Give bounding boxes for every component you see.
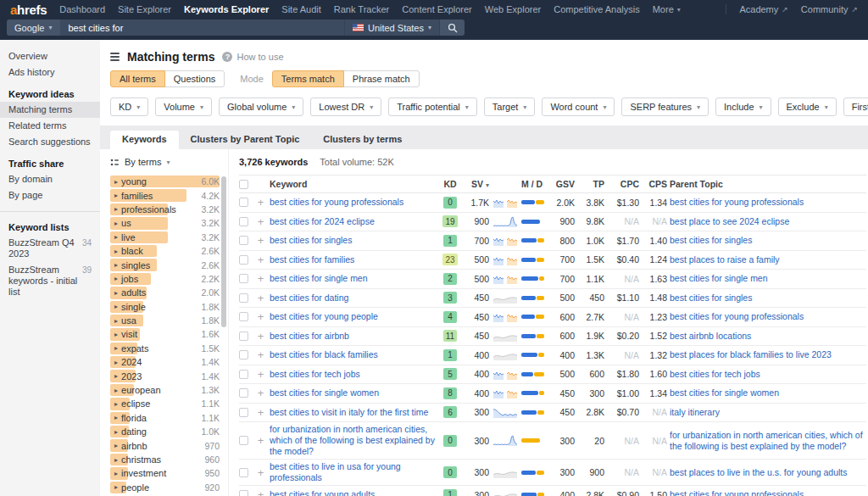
keyword-link[interactable]: best cities to visit in italy for the fi… xyxy=(270,407,438,418)
sidebar-item-related-terms[interactable]: Related terms xyxy=(0,118,100,134)
keyword-link[interactable]: best cities for dating xyxy=(270,293,438,304)
nav-item-dashboard[interactable]: Dashboard xyxy=(59,4,105,14)
filter-lowest-dr[interactable]: Lowest DR▾ xyxy=(310,98,381,116)
sidebar-item-buzzstream-q4-2023[interactable]: BuzzStream Q4 202334 xyxy=(0,235,100,262)
nav-item-academy[interactable]: Academy↗ xyxy=(739,4,787,14)
add-to-list-icon[interactable]: + xyxy=(254,370,267,379)
parent-topic-link[interactable]: best place to see 2024 eclipse xyxy=(670,216,866,227)
filter-word-count[interactable]: Word count▾ xyxy=(542,98,615,116)
col-sv[interactable]: SV ▾ xyxy=(462,179,489,189)
row-checkbox[interactable] xyxy=(239,388,248,398)
row-checkbox[interactable] xyxy=(239,490,248,496)
parent-topic-link[interactable]: best places to live in the u.s. for youn… xyxy=(670,467,866,478)
scrollbar-thumb[interactable] xyxy=(221,176,226,327)
facet-term-singles[interactable]: ▸singles 2.6K xyxy=(110,258,220,271)
sidebar-item-search-suggestions[interactable]: Search suggestions xyxy=(0,134,100,150)
row-checkbox[interactable] xyxy=(239,274,248,283)
add-to-list-icon[interactable]: + xyxy=(254,388,267,398)
parent-topic-link[interactable]: best airbnb locations xyxy=(670,331,866,342)
nav-item-more[interactable]: More▾ xyxy=(653,4,681,14)
row-checkbox[interactable] xyxy=(239,217,248,226)
add-to-list-icon[interactable]: + xyxy=(254,490,267,496)
sidebar-item-buzzstream-keywords-initial-list[interactable]: BuzzStream keywords - initial list39 xyxy=(0,262,100,300)
add-to-list-icon[interactable]: + xyxy=(254,312,267,321)
facet-term-jobs[interactable]: ▸jobs 2.2K xyxy=(110,272,220,286)
nav-item-content-explorer[interactable]: Content Explorer xyxy=(402,4,472,14)
tab-clusters-by-parent-topic[interactable]: Clusters by Parent Topic xyxy=(179,131,312,149)
row-checkbox[interactable] xyxy=(239,236,248,245)
filter-kd[interactable]: KD▾ xyxy=(110,98,148,116)
facet-term-dating[interactable]: ▸dating 1.0K xyxy=(110,425,220,438)
chip-questions[interactable]: Questions xyxy=(164,70,225,87)
sidebar-item-ads-history[interactable]: Ads history xyxy=(0,64,100,81)
facet-term-live[interactable]: ▸live 3.2K xyxy=(110,231,220,244)
row-checkbox[interactable] xyxy=(239,436,248,445)
filter-serp-features[interactable]: SERP features▾ xyxy=(621,98,709,116)
row-checkbox[interactable] xyxy=(239,468,248,477)
nav-item-competitive-analysis[interactable]: Competitive Analysis xyxy=(554,4,640,14)
facet-term-2024[interactable]: ▸2024 1.4K xyxy=(110,355,220,369)
sidebar-item-overview[interactable]: Overview xyxy=(0,48,100,64)
chip-terms-match[interactable]: Terms match xyxy=(272,70,344,87)
chip-phrase-match[interactable]: Phrase match xyxy=(343,70,420,87)
row-checkbox[interactable] xyxy=(239,312,248,321)
filter-exclude[interactable]: Exclude▾ xyxy=(778,98,837,116)
sidebar-item-matching-terms[interactable]: Matching terms xyxy=(0,102,100,118)
keyword-link[interactable]: best cities for families xyxy=(270,254,438,265)
parent-topic-link[interactable]: best cities for single men xyxy=(670,273,866,284)
by-terms-dropdown[interactable]: By terms ▾ xyxy=(110,149,228,175)
nav-item-community[interactable]: Community↗ xyxy=(801,4,858,14)
row-checkbox[interactable] xyxy=(239,198,248,207)
facet-term-expats[interactable]: ▸expats 1.5K xyxy=(110,342,220,355)
row-checkbox[interactable] xyxy=(239,293,248,303)
keyword-link[interactable]: best cities for young adults xyxy=(270,489,438,496)
row-checkbox[interactable] xyxy=(239,332,248,341)
col-cps[interactable]: CPS xyxy=(642,179,667,189)
col-gsv[interactable]: GSV xyxy=(548,179,575,189)
country-select[interactable]: United States▾ xyxy=(344,20,439,36)
parent-topic-link[interactable]: best cities for young professionals xyxy=(670,197,866,208)
facet-term-single[interactable]: ▸single 1.8K xyxy=(110,300,220,314)
add-to-list-icon[interactable]: + xyxy=(254,198,267,207)
sidebar-item-by-domain[interactable]: By domain xyxy=(0,171,100,187)
parent-topic-link[interactable]: best cities for singles xyxy=(670,235,866,246)
parent-topic-link[interactable]: best places for black families to live 2… xyxy=(670,349,866,360)
how-to-use-link[interactable]: ?How to use xyxy=(222,52,283,62)
parent-topic-link[interactable]: best places to raise a family xyxy=(670,254,866,265)
facet-term-airbnb[interactable]: ▸airbnb 970 xyxy=(110,438,220,452)
filter-traffic-potential[interactable]: Traffic potential▾ xyxy=(388,98,477,116)
filter-first-seen[interactable]: First seen▾ xyxy=(843,98,868,116)
facet-term-usa[interactable]: ▸usa 1.8K xyxy=(110,314,220,327)
col-cpc[interactable]: CPC xyxy=(607,179,639,189)
col-md[interactable]: M / D xyxy=(521,179,545,189)
facet-term-christmas[interactable]: ▸christmas 960 xyxy=(110,453,220,466)
parent-topic-link[interactable]: best cities for tech jobs xyxy=(670,369,866,380)
facet-term-young[interactable]: ▸young 6.0K xyxy=(110,175,220,188)
add-to-list-icon[interactable]: + xyxy=(254,468,267,477)
sidebar-item-by-page[interactable]: By page xyxy=(0,187,100,203)
facet-term-visit[interactable]: ▸visit 1.6K xyxy=(110,327,220,341)
filter-volume[interactable]: Volume▾ xyxy=(155,98,212,116)
search-button[interactable] xyxy=(439,20,465,36)
keyword-link[interactable]: best cities for airbnb xyxy=(270,331,438,342)
add-to-list-icon[interactable]: + xyxy=(254,350,267,359)
facet-term-adults[interactable]: ▸adults 2.0K xyxy=(110,286,220,299)
keyword-link[interactable]: for urbanization in north american citie… xyxy=(270,424,438,457)
keyword-link[interactable]: best cities for black families xyxy=(270,349,438,360)
keyword-link[interactable]: best cities for young professionals xyxy=(270,197,438,208)
row-checkbox[interactable] xyxy=(239,408,248,417)
parent-topic-link[interactable]: italy itinerary xyxy=(670,407,866,418)
keyword-link[interactable]: best cities for singles xyxy=(270,235,438,246)
keyword-link[interactable]: best cities for 2024 eclipse xyxy=(270,216,438,227)
filter-include[interactable]: Include▾ xyxy=(715,98,771,116)
filter-target[interactable]: Target▾ xyxy=(484,98,536,116)
keyword-link[interactable]: best cities to live in usa for young pro… xyxy=(270,461,438,483)
add-to-list-icon[interactable]: + xyxy=(254,236,267,245)
parent-topic-link[interactable]: best cities for young professionals xyxy=(670,311,866,322)
facet-term-florida[interactable]: ▸florida 1.1K xyxy=(110,411,220,425)
row-checkbox[interactable] xyxy=(239,350,248,359)
add-to-list-icon[interactable]: + xyxy=(254,332,267,341)
nav-item-keywords-explorer[interactable]: Keywords Explorer xyxy=(184,4,269,14)
keyword-link[interactable]: best cities for single women xyxy=(270,387,438,398)
nav-item-rank-tracker[interactable]: Rank Tracker xyxy=(334,4,389,14)
